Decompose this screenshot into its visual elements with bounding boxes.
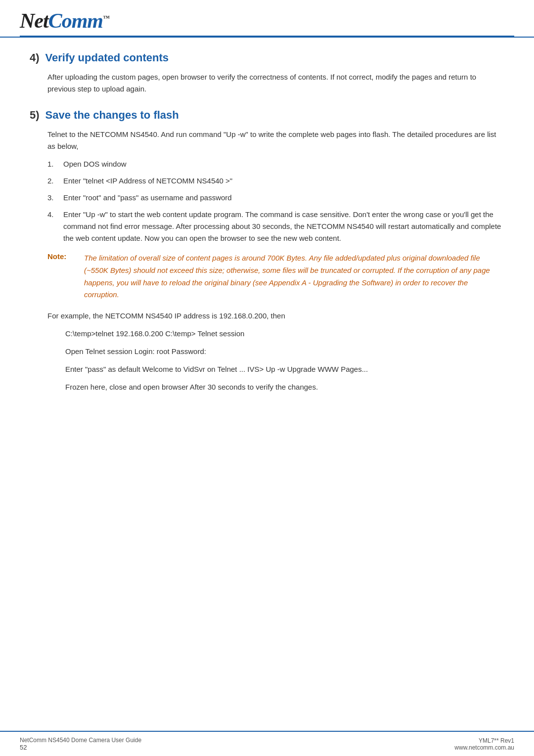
footer-version: YML7** Rev1	[479, 737, 514, 744]
section4-number: 4)	[30, 51, 40, 64]
section4-heading: 4) Verify updated contents	[30, 51, 504, 64]
logo-tm: ™	[103, 14, 109, 22]
section5-title: Save the changes to flash	[45, 109, 179, 122]
section5-heading: 5) Save the changes to flash	[30, 109, 504, 122]
footer-website: www.netcomm.com.au	[454, 744, 514, 751]
header: NetComm™	[0, 0, 534, 38]
numbered-list: 1.Open DOS window2.Enter "telnet <IP Add…	[47, 158, 504, 244]
logo-net: Net	[20, 9, 48, 32]
note-label: Note:	[47, 252, 72, 301]
list-item-num: 1.	[47, 158, 58, 170]
list-item: 3.Enter "root" and "pass" as username an…	[47, 192, 504, 204]
example-line3: Enter "pass" as default Welcome to VidSv…	[65, 363, 504, 375]
header-line	[20, 36, 514, 37]
note-text: The limitation of overall size of conten…	[84, 252, 504, 301]
footer-page-number: 52	[20, 744, 141, 751]
list-item: 2.Enter "telnet <IP Address of NETCOMM N…	[47, 175, 504, 187]
logo-text: NetComm™	[20, 9, 109, 32]
example-intro: For example, the NETCOMM NS4540 IP addre…	[47, 310, 504, 322]
section4-title: Verify updated contents	[45, 51, 169, 64]
section4-text: After uploading the custom pages, open b…	[47, 71, 504, 95]
list-item-num: 4.	[47, 209, 58, 244]
footer: NetComm NS4540 Dome Camera User Guide 52…	[0, 731, 534, 756]
example-line1: C:\temp>telnet 192.168.0.200 C:\temp> Te…	[65, 328, 504, 340]
content: 4) Verify updated contents After uploadi…	[0, 38, 534, 731]
footer-product: NetComm NS4540 Dome Camera User Guide	[20, 737, 141, 744]
example-line2: Open Telnet session Login: root Password…	[65, 346, 504, 357]
footer-left: NetComm NS4540 Dome Camera User Guide 52	[20, 737, 141, 751]
list-item-text: Open DOS window	[63, 158, 504, 170]
page-container: NetComm™ 4) Verify updated contents Afte…	[0, 0, 534, 756]
list-item-text: Enter "Up -w" to start the web content u…	[63, 209, 504, 244]
example-block: C:\temp>telnet 192.168.0.200 C:\temp> Te…	[65, 328, 504, 393]
logo-comm: Comm	[48, 9, 103, 32]
list-item-text: Enter "telnet <IP Address of NETCOMM NS4…	[63, 175, 504, 187]
section5-number: 5)	[30, 109, 40, 122]
list-item-text: Enter "root" and "pass" as username and …	[63, 192, 504, 204]
footer-right: YML7** Rev1 www.netcomm.com.au	[454, 737, 514, 751]
list-item: 1.Open DOS window	[47, 158, 504, 170]
list-item-num: 3.	[47, 192, 58, 204]
section4-body: After uploading the custom pages, open b…	[47, 71, 504, 95]
logo: NetComm™	[20, 9, 514, 33]
note-block: Note: The limitation of overall size of …	[47, 252, 504, 301]
example-line4: Frozen here, close and open browser Afte…	[65, 381, 504, 393]
section5-intro: Telnet to the NETCOMM NS4540. And run co…	[47, 129, 504, 152]
list-item-num: 2.	[47, 175, 58, 187]
list-item: 4.Enter "Up -w" to start the web content…	[47, 209, 504, 244]
section5-body: Telnet to the NETCOMM NS4540. And run co…	[47, 129, 504, 393]
